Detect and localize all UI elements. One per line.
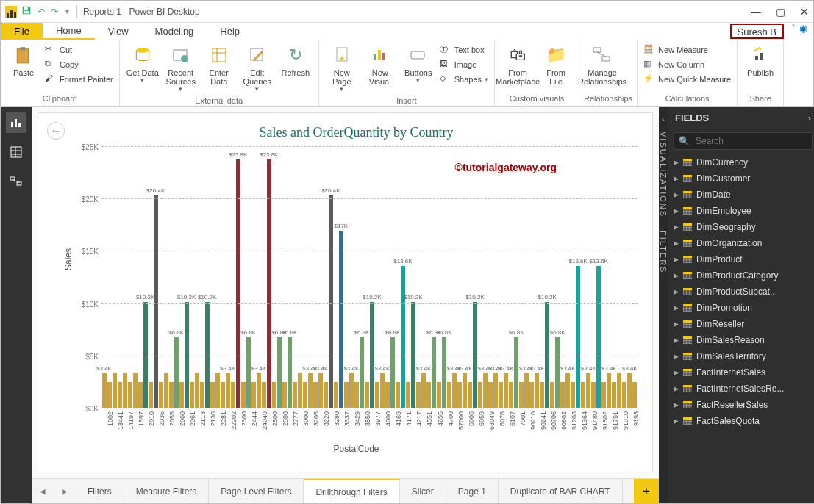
bar-orderqty[interactable] bbox=[241, 382, 246, 408]
field-table[interactable]: ▶FactInternetSalesRe... bbox=[668, 381, 814, 397]
bar-orderqty[interactable] bbox=[354, 382, 359, 408]
publish-button[interactable]: Publish bbox=[742, 43, 779, 79]
bar-orderqty[interactable] bbox=[601, 382, 606, 408]
drill-back-button[interactable]: ← bbox=[47, 122, 65, 140]
bar-sales[interactable] bbox=[617, 373, 621, 408]
copy-button[interactable]: ⧉Copy bbox=[43, 58, 115, 71]
bar-sales[interactable]: $6.8K bbox=[442, 337, 446, 408]
bar-orderqty[interactable] bbox=[251, 382, 256, 408]
bar-sales[interactable]: $13.6K bbox=[596, 266, 601, 408]
bar-sales[interactable]: $3.4K bbox=[308, 373, 313, 408]
bar-orderqty[interactable] bbox=[303, 382, 307, 408]
bar-sales[interactable]: $3.4K bbox=[565, 373, 570, 408]
bar-orderqty[interactable] bbox=[200, 382, 204, 408]
bar-sales[interactable]: $23.8K bbox=[236, 159, 240, 408]
menu-tab-view[interactable]: View bbox=[95, 23, 142, 40]
fields-search[interactable]: 🔍 bbox=[674, 132, 813, 150]
bar-sales[interactable] bbox=[164, 373, 168, 408]
get-data-button[interactable]: Get Data bbox=[124, 43, 161, 86]
bar-orderqty[interactable] bbox=[571, 382, 575, 408]
bar-orderqty[interactable] bbox=[159, 382, 163, 408]
bar-sales[interactable]: $17K bbox=[339, 231, 343, 408]
enter-data-button[interactable]: Enter Data bbox=[201, 43, 238, 87]
from-file-button[interactable]: 📁From File bbox=[538, 43, 574, 87]
cut-button[interactable]: ✂Cut bbox=[43, 43, 115, 57]
bar-orderqty[interactable] bbox=[529, 382, 534, 408]
bar-orderqty[interactable] bbox=[540, 382, 544, 408]
bar-orderqty[interactable] bbox=[478, 382, 482, 408]
chart-visual[interactable]: Sales and OrderQuantity by Country ©tuto… bbox=[68, 120, 645, 464]
new-page-button[interactable]: ✦New Page bbox=[324, 43, 360, 95]
bar-orderqty[interactable] bbox=[282, 382, 287, 408]
bar-sales[interactable]: $20.4K bbox=[154, 195, 158, 408]
collapse-ribbon-icon[interactable]: ˄ bbox=[791, 23, 796, 40]
expand-viz-icon[interactable]: ‹ bbox=[662, 114, 665, 124]
report-canvas[interactable]: ← Sales and OrderQuantity by Country ©tu… bbox=[38, 112, 653, 472]
bar-orderqty[interactable] bbox=[612, 382, 616, 408]
bar-orderqty[interactable] bbox=[416, 382, 421, 408]
field-table[interactable]: ▶DimProductCategory bbox=[668, 267, 814, 284]
format-painter-button[interactable]: 🖌Format Painter bbox=[43, 73, 115, 86]
buttons-button[interactable]: Buttons bbox=[400, 43, 437, 86]
bar-orderqty[interactable] bbox=[406, 382, 410, 408]
bar-orderqty[interactable] bbox=[334, 382, 338, 408]
bar-sales[interactable]: $3.4K bbox=[586, 373, 590, 408]
bar-orderqty[interactable] bbox=[509, 382, 513, 408]
page-tab[interactable]: Measure Filters bbox=[124, 479, 210, 503]
bar-orderqty[interactable] bbox=[190, 382, 194, 408]
bar-orderqty[interactable] bbox=[138, 382, 143, 408]
field-table[interactable]: ▶FactResellerSales bbox=[668, 397, 814, 413]
bar-orderqty[interactable] bbox=[231, 382, 235, 408]
bar-orderqty[interactable] bbox=[396, 382, 400, 408]
redo-icon[interactable]: ↷ bbox=[51, 7, 58, 17]
bar-sales[interactable]: $3.4K bbox=[463, 373, 467, 408]
page-tab[interactable]: Duplicate of BAR CHART bbox=[499, 479, 623, 503]
bar-sales[interactable]: $6.8K bbox=[555, 337, 560, 408]
bar-sales[interactable]: $6.8K bbox=[277, 337, 282, 408]
bar-orderqty[interactable] bbox=[447, 382, 451, 408]
bar-orderqty[interactable] bbox=[591, 382, 596, 408]
bar-sales[interactable]: $6.8K bbox=[390, 337, 395, 408]
help-icon[interactable]: ◉ bbox=[799, 23, 807, 40]
page-tab[interactable]: Slicer bbox=[400, 479, 446, 503]
bar-orderqty[interactable] bbox=[365, 382, 369, 408]
field-table[interactable]: ▶DimEmployee bbox=[668, 203, 814, 219]
bar-sales[interactable]: $23.8K bbox=[267, 159, 271, 408]
bar-sales[interactable] bbox=[133, 373, 138, 408]
bar-orderqty[interactable] bbox=[221, 382, 225, 408]
bar-sales[interactable]: $3.4K bbox=[535, 373, 539, 408]
fields-search-input[interactable] bbox=[694, 135, 807, 147]
minimize-button[interactable]: — bbox=[751, 6, 761, 18]
bar-orderqty[interactable] bbox=[375, 382, 379, 408]
close-button[interactable]: ✕ bbox=[800, 6, 809, 18]
field-table[interactable]: ▶DimCustomer bbox=[668, 170, 814, 187]
bar-sales[interactable]: $20.4K bbox=[329, 195, 333, 408]
field-table[interactable]: ▶FactSalesQuota bbox=[668, 413, 814, 429]
page-tab[interactable]: Filters bbox=[76, 479, 124, 503]
bar-sales[interactable] bbox=[195, 373, 199, 408]
bar-orderqty[interactable] bbox=[118, 382, 122, 408]
bar-sales[interactable]: $6.8K bbox=[360, 337, 364, 408]
bar-sales[interactable]: $6.8K bbox=[514, 337, 518, 408]
field-table[interactable]: ▶DimOrganization bbox=[668, 235, 814, 251]
menu-tab-modeling[interactable]: Modeling bbox=[142, 23, 207, 40]
visualizations-pane-toggle[interactable]: VISUALIZATIONS bbox=[659, 132, 668, 217]
bar-orderqty[interactable] bbox=[293, 382, 297, 408]
bar-orderqty[interactable] bbox=[107, 382, 112, 408]
bar-orderqty[interactable] bbox=[488, 382, 493, 408]
field-table[interactable]: ▶DimCurrency bbox=[668, 154, 814, 170]
bar-orderqty[interactable] bbox=[272, 382, 276, 408]
bar-sales[interactable]: $3.4K bbox=[524, 373, 529, 408]
bar-orderqty[interactable] bbox=[457, 382, 462, 408]
add-page-button[interactable]: ＋ bbox=[634, 479, 659, 503]
bar-sales[interactable]: $3.4K bbox=[226, 373, 230, 408]
bar-sales[interactable]: $6.8K bbox=[288, 337, 292, 408]
tabs-scroll-left[interactable]: ◄ bbox=[32, 479, 54, 503]
data-view-button[interactable] bbox=[6, 142, 26, 162]
file-menu[interactable]: File bbox=[1, 23, 43, 40]
bar-orderqty[interactable] bbox=[468, 382, 472, 408]
new-quick-measure-button[interactable]: ⚡New Quick Measure bbox=[642, 73, 732, 86]
bar-sales[interactable]: $6.8K bbox=[174, 337, 179, 408]
bar-sales[interactable]: $3.4K bbox=[349, 373, 354, 408]
bar-sales[interactable]: $3.4K bbox=[452, 373, 457, 408]
